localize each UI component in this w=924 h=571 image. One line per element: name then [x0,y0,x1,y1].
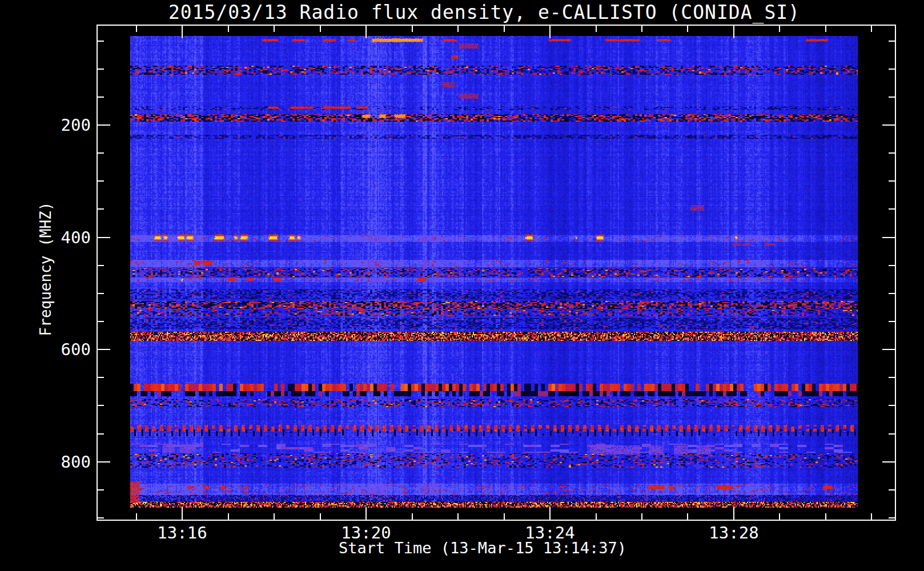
axis-tick [98,517,104,518]
axis-tick [228,513,229,520]
axis-tick [733,26,734,38]
axis-tick [136,26,137,32]
y-tick-label: 400 [42,228,91,247]
x-tick-label: 13:20 [341,523,391,542]
axis-tick [504,513,505,520]
axis-tick [889,377,895,378]
y-tick-label: 800 [42,452,91,472]
axis-tick [889,405,895,406]
axis-tick [882,237,895,238]
axis-tick [98,489,104,490]
axis-tick [98,461,110,463]
axis-tick [882,461,895,463]
axis-tick [98,321,104,322]
chart-title: 2015/03/13 Radio flux density, e-CALLIST… [168,1,800,23]
axis-tick [889,152,895,154]
axis-tick [596,513,597,520]
axis-tick [320,26,321,32]
axis-tick [365,507,367,520]
y-axis-label: Frequency (MHZ) [37,202,54,336]
axis-tick [228,26,229,32]
axis-tick [889,433,895,435]
axis-tick [98,265,104,266]
axis-tick [687,26,688,32]
axis-tick [365,26,367,38]
axis-tick [98,377,104,378]
axis-tick [98,96,104,98]
axis-tick [889,265,895,266]
axis-tick [98,405,104,406]
axis-tick [641,513,642,520]
axis-tick [882,349,895,350]
axis-tick [889,321,895,322]
axis-tick [549,507,551,520]
axis-tick [871,26,872,32]
axis-tick [457,513,459,520]
axis-tick [871,513,872,520]
axis-tick [889,517,895,518]
axis-tick [825,26,826,32]
axis-tick [182,26,183,38]
axis-tick [412,513,413,520]
axis-tick [98,152,104,154]
axis-tick [98,180,104,182]
spectrogram-canvas [130,36,858,508]
axis-tick [882,124,895,126]
axis-tick [779,513,780,520]
spectrogram-figure: 2015/03/13 Radio flux density, e-CALLIST… [0,0,924,571]
axis-tick [733,507,734,520]
axis-tick [504,26,505,32]
axis-tick [549,26,551,38]
axis-tick [889,69,895,70]
axis-tick [320,513,321,520]
x-tick-label: 13:16 [157,523,207,542]
axis-tick [412,26,413,32]
axis-tick [136,513,137,520]
axis-tick [98,293,104,294]
axis-tick [687,513,688,520]
x-tick-label: 13:28 [709,523,758,542]
axis-tick [274,26,275,32]
axis-tick [98,124,110,126]
axis-tick [889,41,895,42]
axis-tick [889,489,895,490]
axis-tick [889,180,895,182]
axis-tick [641,26,642,32]
axis-tick [274,513,275,520]
x-tick-label: 13:24 [525,523,575,542]
axis-tick [889,208,895,210]
axis-tick [779,26,780,32]
axis-tick [98,208,104,210]
axis-tick [825,513,826,520]
axis-tick [889,293,895,294]
axis-tick [889,96,895,98]
axis-tick [98,237,110,238]
axis-tick [98,41,104,42]
axis-tick [182,507,183,520]
axis-tick [98,69,104,70]
axis-tick [457,26,459,32]
axis-tick [98,349,110,350]
axis-tick [98,433,104,435]
y-tick-label: 200 [42,115,91,135]
y-tick-label: 600 [42,340,91,359]
axis-tick [596,26,597,32]
